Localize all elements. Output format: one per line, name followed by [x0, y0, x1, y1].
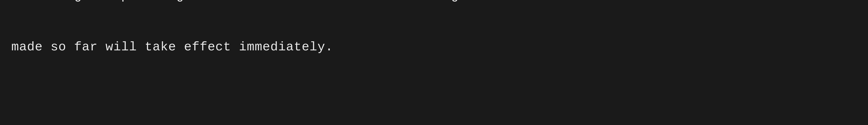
- terminal-window: Reloading the privilege tables will ensu…: [11, 9, 857, 116]
- terminal-line-3: [11, 90, 857, 107]
- terminal-output: Reloading the privilege tables will ensu…: [11, 0, 857, 125]
- terminal-line-2: made so far will take effect immediately…: [11, 39, 857, 56]
- terminal-line-1: Reloading the privilege tables will ensu…: [11, 0, 857, 4]
